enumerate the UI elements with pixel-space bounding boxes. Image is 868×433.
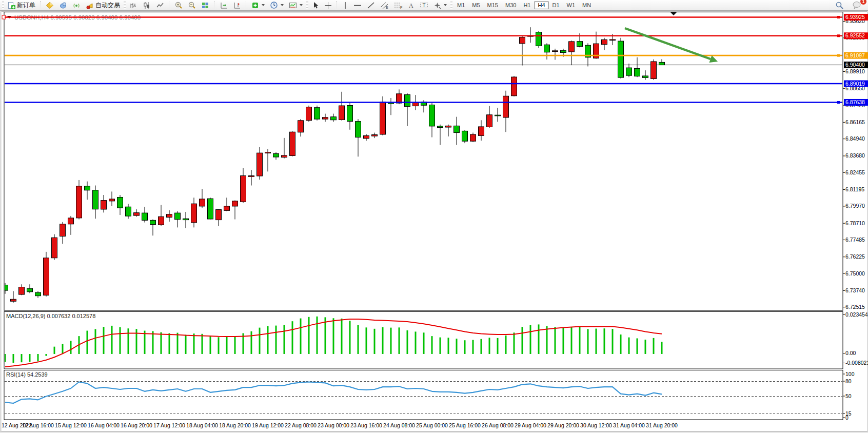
candle-body [347, 105, 353, 121]
time-tick: 26 Aug 08:00 [482, 422, 514, 428]
macd-bar [46, 354, 47, 356]
rsi-axis-tick: 50 [845, 393, 852, 399]
candle-body [183, 219, 189, 220]
price-badge-label: 6.92552 [845, 32, 865, 38]
candle-body [487, 115, 492, 127]
macd-bar [374, 329, 376, 354]
candle-body [306, 107, 312, 121]
candle-body [618, 41, 624, 77]
time-tick: 23 Aug 00:00 [318, 422, 349, 428]
macd-bar [275, 326, 277, 354]
macd-bar [284, 325, 285, 354]
hline-handle[interactable] [837, 16, 840, 18]
macd-bar [448, 338, 449, 354]
price-tick: 6.86165 [845, 119, 865, 125]
time-tick: 16 Aug 04:00 [88, 422, 120, 428]
candle-body [339, 106, 345, 120]
time-tick: 19 Aug 12:00 [252, 422, 284, 428]
macd-bar [571, 327, 573, 354]
time-tick: 30 Aug 12:00 [580, 422, 612, 428]
candle-body [544, 45, 550, 52]
macd-bar [522, 327, 523, 354]
macd-axis-tick: -0.008021 [845, 360, 868, 366]
candle-body [643, 76, 648, 77]
hline-handle[interactable] [837, 54, 840, 57]
macd-bar [645, 340, 646, 354]
macd-bar [111, 326, 113, 354]
macd-label: MACD(12,26,9) 0.007632 0.012578 [6, 313, 95, 319]
macd-bar [259, 328, 261, 354]
macd-bar [144, 331, 146, 354]
candle-body [126, 207, 131, 216]
time-tick: 16 Aug 20:00 [121, 422, 152, 428]
hline-handle[interactable] [837, 101, 840, 104]
candle-body [19, 287, 25, 295]
macd-bar [161, 332, 162, 354]
time-tick: 29 Aug 04:00 [515, 422, 546, 428]
macd-bar [54, 347, 55, 354]
macd-bar [637, 338, 638, 354]
macd-bar [317, 317, 318, 354]
macd-bar [407, 330, 408, 354]
candle-body [265, 152, 271, 153]
candle-body [438, 126, 443, 128]
macd-bar [267, 326, 269, 354]
macd-bar [29, 354, 31, 362]
macd-bar [423, 332, 425, 354]
macd-bar [661, 342, 663, 354]
macd-bar [538, 324, 540, 354]
main-chart-panel[interactable] [4, 12, 843, 311]
rsi-axis-tick: 80 [845, 378, 852, 384]
candle-body [44, 258, 49, 296]
price-tick: 6.73740 [845, 287, 865, 293]
macd-bar [210, 336, 211, 354]
candle-body [323, 117, 328, 119]
rsi-panel[interactable] [4, 370, 843, 420]
time-tick: 23 Aug 16:00 [350, 422, 382, 428]
price-tick: 6.89910 [845, 68, 865, 74]
candle-body [577, 42, 583, 47]
candle-body [331, 117, 337, 120]
macd-bar [612, 329, 614, 354]
candle-body [101, 201, 107, 209]
time-tick: 31 Aug 20:00 [646, 422, 678, 428]
macd-bar [497, 338, 499, 354]
macd-bar [300, 319, 302, 354]
candle-body [52, 238, 57, 258]
candle-body [150, 220, 156, 224]
macd-bar [193, 333, 195, 354]
time-tick: 31 Aug 04:00 [613, 422, 645, 428]
macd-bar [464, 340, 466, 354]
price-badge-label: 6.91097 [845, 52, 865, 58]
candle-body [462, 131, 468, 141]
price-tick: 6.77485 [845, 237, 865, 243]
price-tick: 6.81195 [845, 186, 864, 192]
candle-body [446, 126, 451, 127]
macd-bar [13, 354, 14, 363]
hline-handle[interactable] [837, 34, 840, 37]
macd-bar [431, 336, 433, 354]
chart-window: USDCNH,H4 6.90595 6.90823 6.90400 6.9040… [0, 0, 868, 433]
candle-body [503, 96, 509, 117]
macd-bar [596, 329, 597, 354]
candle-body [470, 134, 476, 141]
macd-bar [628, 338, 630, 354]
rsi-axis-tick: 0 [845, 415, 849, 421]
macd-bar [415, 331, 417, 354]
macd-bar [251, 331, 252, 354]
candle-body [479, 127, 484, 135]
macd-bar [234, 337, 236, 354]
time-tick: 18 Aug 04:00 [186, 422, 218, 428]
macd-bar [358, 325, 359, 354]
macd-bar [87, 331, 88, 354]
candle-body [27, 288, 33, 292]
candle-body [429, 105, 435, 126]
price-tick: 6.82455 [845, 169, 865, 175]
time-tick: 15 Aug 12:00 [55, 422, 87, 428]
rsi-label: RSI(14) 54.2539 [6, 371, 48, 378]
candle-body [175, 213, 181, 220]
macd-bar [620, 334, 622, 354]
price-tick: 6.72515 [845, 304, 865, 310]
candle-body [553, 51, 558, 52]
candle-body [159, 216, 164, 225]
